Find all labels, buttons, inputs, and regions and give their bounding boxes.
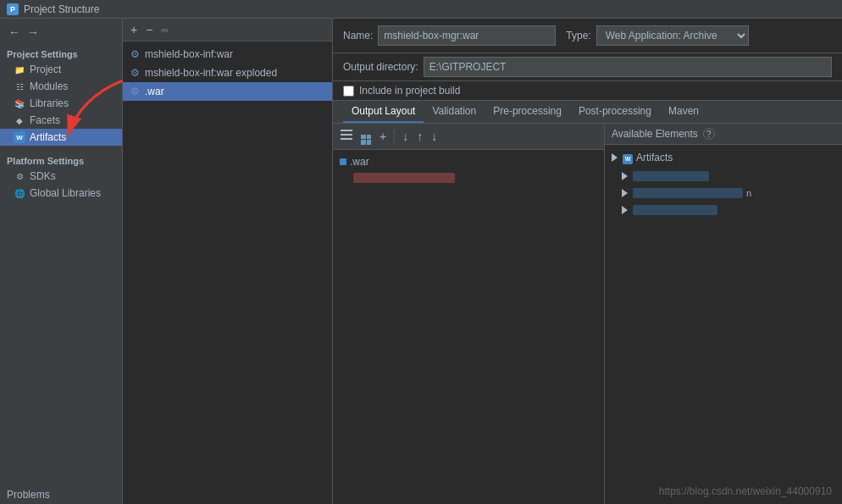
- sidebar-item-artifacts[interactable]: W Artifacts: [0, 129, 122, 146]
- name-label: Name:: [343, 30, 373, 42]
- forward-button[interactable]: →: [24, 24, 42, 41]
- output-grid-button[interactable]: [358, 127, 374, 146]
- svg-rect-0: [341, 130, 352, 131]
- sidebar: ← → Project Settings 📁 Project ☷ Modules…: [0, 19, 123, 504]
- avail-blurred-1[interactable]: [605, 168, 842, 185]
- output-settings-button[interactable]: [338, 128, 355, 144]
- sdks-icon: ⚙: [14, 170, 25, 182]
- expand-arrow-2-icon: [622, 189, 628, 197]
- war-exploded-icon: ⚙: [128, 66, 141, 80]
- footer-url: https://blog.csdn.net/weixin_44000910: [659, 485, 832, 497]
- sidebar-item-facets[interactable]: ◆ Facets: [0, 112, 122, 129]
- tab-validation[interactable]: Validation: [424, 101, 485, 123]
- modules-icon: ☷: [14, 80, 25, 92]
- type-label: Type:: [566, 30, 590, 42]
- sidebar-item-libraries[interactable]: 📚 Libraries: [0, 95, 122, 112]
- sidebar-item-sdks[interactable]: ⚙ SDKs: [0, 168, 122, 185]
- sidebar-item-problems[interactable]: Problems: [0, 485, 122, 504]
- include-build-row: Include in project build: [333, 81, 842, 101]
- output-left-toolbar: + ↓ ↑ ↓: [333, 124, 604, 150]
- copy-artifact-button[interactable]: ⎓: [158, 22, 170, 37]
- expand-arrow-3-icon: [622, 206, 628, 214]
- output-left: + ↓ ↑ ↓ .war: [333, 124, 605, 504]
- expand-arrow-icon: [612, 153, 618, 162]
- sidebar-item-modules[interactable]: ☷ Modules: [0, 78, 122, 95]
- war-selected-icon: ⚙: [128, 85, 141, 98]
- toolbar-separator: [394, 130, 395, 143]
- war-icon: ⚙: [128, 47, 141, 61]
- libraries-icon: 📚: [14, 97, 25, 109]
- tab-pre-processing[interactable]: Pre-processing: [485, 101, 570, 123]
- artifacts-icon: W: [14, 131, 25, 143]
- project-icon: 📁: [14, 64, 25, 75]
- artifacts-tree-icon: W: [623, 152, 633, 164]
- available-tree: W Artifacts n: [605, 145, 842, 504]
- sidebar-item-global-libraries[interactable]: 🌐 Global Libraries: [0, 185, 122, 202]
- avail-artifacts[interactable]: W Artifacts: [605, 148, 842, 168]
- sidebar-item-project[interactable]: 📁 Project: [0, 61, 122, 78]
- svg-rect-1: [341, 134, 352, 136]
- tab-post-processing[interactable]: Post-processing: [570, 101, 660, 123]
- output-dir-row: Output directory:: [333, 53, 842, 81]
- artifact-panel: + − ⎓ ⚙ mshield-box-inf:war ⚙ mshield-bo…: [123, 19, 333, 504]
- include-build-checkbox[interactable]: [343, 86, 354, 97]
- n-label: n: [746, 188, 751, 198]
- facets-icon: ◆: [14, 114, 25, 126]
- platform-settings-header: Platform Settings: [0, 152, 122, 168]
- name-input[interactable]: [378, 25, 556, 46]
- name-field-group: Name:: [343, 25, 556, 46]
- avail-blurred-3[interactable]: [605, 202, 842, 219]
- global-libs-icon: 🌐: [14, 187, 25, 199]
- svg-rect-2: [341, 138, 352, 140]
- tabs-row: Output Layout Validation Pre-processing …: [333, 101, 842, 124]
- output-tree-war[interactable]: .war: [333, 153, 604, 170]
- title-bar: P Project Structure: [0, 0, 842, 19]
- artifact-tree-item-war[interactable]: ⚙ mshield-box-inf:war: [123, 45, 332, 64]
- output-content: + ↓ ↑ ↓ .war: [333, 124, 842, 504]
- war-file-icon: [340, 156, 346, 168]
- blurred-content: [353, 173, 455, 185]
- tab-maven[interactable]: Maven: [660, 101, 707, 123]
- output-right: Available Elements ? W Artifacts: [605, 124, 842, 504]
- output-dir-input[interactable]: [424, 57, 832, 77]
- tab-output-layout[interactable]: Output Layout: [343, 101, 424, 123]
- main-layout: ← → Project Settings 📁 Project ☷ Modules…: [0, 19, 842, 504]
- back-button[interactable]: ←: [5, 24, 24, 41]
- output-add-button[interactable]: +: [377, 129, 389, 144]
- available-header: Available Elements ?: [605, 124, 842, 145]
- expand-arrow-1-icon: [622, 172, 628, 180]
- nav-toolbar: ← →: [0, 22, 122, 42]
- artifact-tree-item-war-exploded[interactable]: ⚙ mshield-box-inf:war exploded: [123, 64, 332, 82]
- remove-artifact-button[interactable]: −: [143, 22, 155, 37]
- output-tree-blurred[interactable]: [333, 170, 604, 187]
- project-settings-header: Project Settings: [0, 46, 122, 61]
- avail-blurred-2[interactable]: n: [605, 185, 842, 202]
- settings-header: Name: Type: Web Application: Archive: [333, 19, 842, 53]
- artifact-tree-item-war-selected[interactable]: ⚙ .war: [123, 82, 332, 101]
- artifact-tree: ⚙ mshield-box-inf:war ⚙ mshield-box-inf:…: [123, 42, 332, 504]
- output-tree: .war: [333, 150, 604, 505]
- type-field-group: Type: Web Application: Archive: [566, 25, 748, 46]
- output-dir-label: Output directory:: [343, 61, 418, 73]
- settings-panel: Name: Type: Web Application: Archive Out…: [333, 19, 842, 504]
- output-down-button[interactable]: ↓: [400, 129, 411, 144]
- app-icon: P: [7, 3, 19, 15]
- include-build-label: Include in project build: [359, 85, 460, 97]
- output-down2-button[interactable]: ↓: [429, 129, 440, 144]
- artifact-toolbar: + − ⎓: [123, 19, 332, 42]
- add-artifact-button[interactable]: +: [128, 22, 140, 37]
- output-up-button[interactable]: ↑: [414, 129, 425, 144]
- help-icon[interactable]: ?: [703, 128, 715, 140]
- type-select[interactable]: Web Application: Archive: [596, 25, 749, 46]
- window-title: Project Structure: [24, 3, 99, 15]
